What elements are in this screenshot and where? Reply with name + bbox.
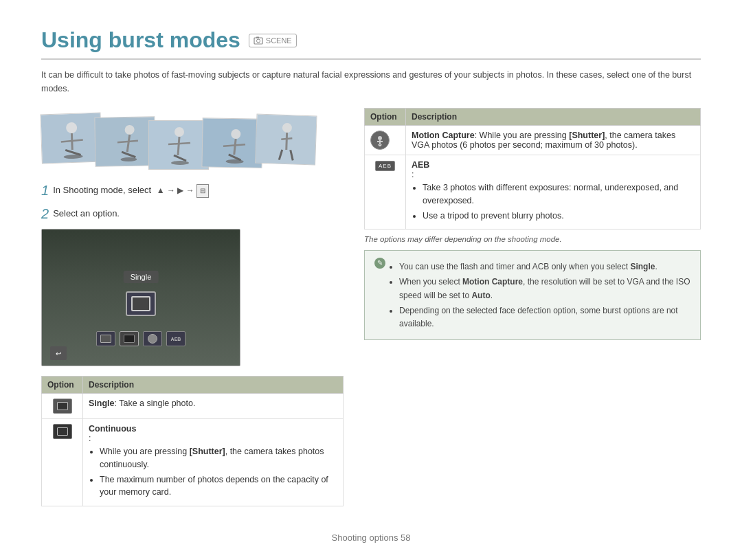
single-icon-cell: [42, 394, 83, 419]
step-1: 1 In Shooting mode, select ▲ → ▶ → ⊟: [41, 182, 344, 199]
step-1-num: 1: [41, 182, 49, 199]
cam-btn-motion-icon: [148, 334, 157, 344]
right-table-header-option: Option: [365, 109, 406, 126]
aeb-colon: :: [412, 170, 414, 179]
snowboarder-figure-3: [149, 121, 209, 170]
intro-text: It can be difficult to take photos of fa…: [41, 68, 701, 96]
table-row: Motion Capture: While you are pressing […: [365, 126, 701, 155]
camera-selected-icon: [126, 291, 156, 316]
motion-bold: Motion Capture: [412, 131, 475, 140]
continuous-bold: Continuous: [89, 424, 337, 434]
svg-line-37: [380, 144, 381, 146]
continuous-icon: [53, 424, 72, 439]
snowboarder-figure-2: [95, 117, 155, 167]
left-column: 1 In Shooting mode, select ▲ → ▶ → ⊟ 2 S…: [41, 108, 344, 506]
right-column: Option Description: [364, 108, 701, 506]
info-box-list: You can use the flash and timer and ACB …: [390, 260, 690, 333]
burst-image-1: [40, 112, 102, 164]
footer-text: Shooting options 58: [332, 533, 411, 543]
burst-image-5: [255, 113, 317, 165]
cam-btn-single-icon: [100, 335, 111, 343]
left-option-table: Option Description Single: Take a single…: [41, 376, 344, 506]
cam-btn-motion[interactable]: [143, 331, 162, 346]
list-item: Take 3 photos with different exposures: …: [423, 181, 695, 208]
continuous-icon-inner: [57, 427, 68, 436]
burst-image-2: [94, 116, 155, 167]
main-content: 1 In Shooting mode, select ▲ → ▶ → ⊟ 2 S…: [41, 108, 701, 506]
svg-line-17: [178, 137, 179, 155]
list-item: You can use the flash and timer and ACB …: [399, 260, 690, 273]
aeb-list: Take 3 photos with different exposures: …: [412, 181, 695, 222]
snowboarder-figure-1: [41, 113, 102, 164]
motion-icon-svg: [374, 134, 386, 146]
svg-rect-2: [256, 36, 259, 38]
note-text: The options may differ depending on the …: [364, 235, 701, 243]
auto-ref: Auto: [471, 291, 490, 300]
camera-ui-mockup: Single AEB: [41, 229, 240, 366]
info-box: ✎ You can use the flash and timer and AC…: [364, 250, 701, 340]
cam-btn-aeb[interactable]: AEB: [166, 331, 186, 346]
right-table-header-description: Description: [406, 109, 701, 126]
scene-badge: SCENE: [249, 34, 297, 47]
page-title: Using burst modes: [41, 27, 240, 53]
aeb-icon-cell: AEB: [365, 155, 406, 229]
continuous-description: Continuous: While you are pressing [Shut…: [83, 419, 344, 506]
svg-rect-0: [254, 38, 262, 44]
aeb-bold: AEB: [412, 160, 695, 170]
cam-btn-aeb-icon: AEB: [171, 337, 181, 341]
step-2-num: 2: [41, 205, 49, 222]
camera-bottom-icons: AEB: [96, 331, 186, 346]
burst-images-strip: [41, 108, 344, 170]
info-box-row: ✎ You can use the flash and timer and AC…: [374, 258, 690, 333]
cam-btn-single[interactable]: [96, 331, 115, 346]
shutter-bracket-motion: [Shutter]: [569, 131, 605, 140]
walk-figure: [256, 115, 317, 166]
step-2: 2 Select an option.: [41, 205, 344, 222]
step-1-text: In Shooting mode, select ▲ → ▶ → ⊟: [53, 182, 209, 198]
step-2-text: Select an option.: [53, 205, 120, 221]
svg-point-33: [378, 136, 382, 140]
svg-point-16: [175, 127, 184, 137]
single-description: Single: Take a single photo.: [83, 394, 344, 419]
camera-mode-label: Single: [124, 271, 159, 283]
burst-image-4: [201, 117, 262, 168]
single-icon: [53, 399, 72, 414]
table-row: Continuous: While you are pressing [Shut…: [42, 419, 344, 506]
camera-small-icon: [254, 36, 263, 45]
motion-description: Motion Capture: While you are pressing […: [406, 126, 701, 155]
header-section: Using burst modes SCENE: [41, 27, 701, 60]
single-ref: Single: [630, 262, 655, 271]
list-item: The maximum number of photos depends on …: [100, 473, 337, 500]
continuous-icon-cell: [42, 419, 83, 506]
svg-line-29: [286, 133, 287, 150]
camera-icon-inner: [131, 296, 150, 311]
cam-btn-continuous[interactable]: [120, 331, 139, 346]
list-item: Use a tripod to prevent blurry photos.: [423, 210, 695, 223]
scene-label: SCENE: [266, 36, 292, 45]
aeb-description: AEB: Take 3 photos with different exposu…: [406, 155, 701, 229]
svg-point-20: [171, 161, 189, 165]
list-item: When you select Motion Capture, the reso…: [399, 276, 690, 302]
aeb-icon: AEB: [375, 161, 395, 171]
single-bold: Single: [89, 399, 115, 408]
footer: Shooting options 58: [0, 533, 742, 543]
list-item: Depending on the selected face defection…: [399, 304, 690, 331]
continuous-colon: :: [89, 434, 91, 443]
single-text: : Take a single photo.: [115, 399, 196, 408]
left-table-header-option: Option: [42, 377, 83, 394]
cam-btn-continuous-icon: [124, 335, 135, 343]
list-item: While you are pressing [Shutter], the ca…: [100, 445, 337, 471]
arrow-symbols: ▲ → ▶ → ⊟: [157, 186, 209, 195]
motion-capture-icon: [370, 131, 390, 150]
page: Using burst modes SCENE It can be diffic…: [0, 0, 742, 560]
motion-icon-cell: [365, 126, 406, 155]
single-icon-inner: [57, 402, 68, 410]
shutter-bracket: [Shutter]: [190, 447, 225, 456]
left-table-header-description: Description: [83, 377, 344, 394]
motion-ref: Motion Capture: [462, 277, 523, 287]
back-button[interactable]: ↩: [50, 346, 67, 360]
snowboarder-figure-4: [202, 118, 262, 168]
table-row: Single: Take a single photo.: [42, 394, 344, 419]
table-row: AEB AEB: Take 3 photos with different ex…: [365, 155, 701, 229]
svg-point-1: [256, 39, 260, 43]
